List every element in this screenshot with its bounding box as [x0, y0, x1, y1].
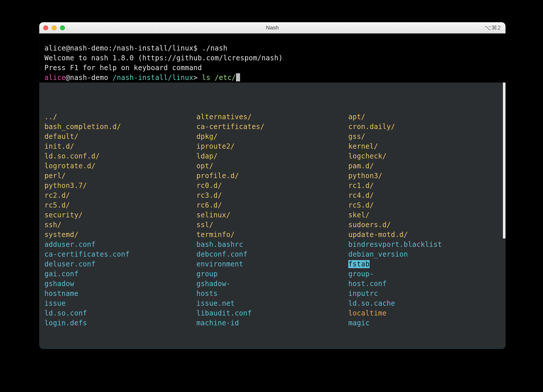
list-cell: rc0.d/ — [196, 181, 349, 191]
list-item[interactable]: debconf.conf — [196, 250, 248, 258]
list-item[interactable]: profile.d/ — [196, 172, 239, 180]
list-item[interactable]: debian_version — [348, 250, 408, 258]
list-item[interactable]: kernel/ — [348, 142, 378, 150]
list-row: gshadowgshadow-host.conf — [44, 279, 500, 289]
list-item[interactable]: ca-certificates/ — [196, 123, 265, 131]
list-item[interactable]: deluser.conf — [44, 260, 96, 268]
list-row: python3.7/rc0.d/rc1.d/ — [44, 181, 500, 191]
status-owner: root — [100, 348, 117, 349]
list-item[interactable]: logrotate.d/ — [44, 162, 96, 170]
list-item[interactable]: iproute2/ — [196, 142, 235, 150]
list-item[interactable]: rc4.d/ — [348, 191, 374, 199]
list-cell: ldap/ — [196, 151, 349, 161]
list-cell: gshadow- — [196, 279, 349, 289]
list-row: bash_completion.d/ca-certificates/cron.d… — [44, 122, 500, 132]
list-item[interactable]: pam.d/ — [348, 162, 374, 170]
list-item[interactable]: python3.7/ — [44, 182, 87, 190]
list-cell: profile.d/ — [196, 171, 349, 181]
list-item[interactable]: hostname — [44, 290, 78, 298]
list-row: ld.so.conflibaudit.conflocaltime — [44, 308, 500, 318]
list-item[interactable]: rcS.d/ — [348, 201, 374, 209]
list-item[interactable]: ssh/ — [44, 221, 61, 229]
list-item[interactable]: apt/ — [348, 113, 365, 121]
list-item[interactable]: login.defs — [44, 319, 87, 327]
list-item[interactable]: gss/ — [348, 132, 365, 141]
list-item[interactable]: rc3.d/ — [196, 191, 222, 199]
list-item[interactable]: ssl/ — [196, 221, 214, 229]
scrollbar[interactable] — [503, 83, 505, 238]
list-item[interactable]: hosts — [196, 290, 218, 298]
list-item[interactable]: terminfo/ — [196, 231, 235, 239]
status-perms: -rw-r--r-- — [44, 348, 87, 349]
list-item[interactable]: rc2.d/ — [44, 191, 70, 199]
list-item[interactable]: bash_completion.d/ — [44, 123, 121, 131]
list-item[interactable]: systemd/ — [44, 231, 78, 239]
list-cell: cron.daily/ — [348, 122, 500, 132]
list-row: login.defsmachine-idmagic — [44, 318, 500, 328]
list-item[interactable]: ld.so.conf — [44, 309, 87, 317]
list-item[interactable]: gshadow- — [196, 280, 231, 288]
list-cell: bash_completion.d/ — [44, 122, 196, 132]
list-item[interactable]: ld.so.conf.d/ — [44, 152, 100, 160]
command-input[interactable]: ls /etc/ — [202, 74, 236, 82]
prompt-path: /nash-install/linux — [113, 74, 193, 82]
list-cell: group — [196, 269, 349, 279]
list-item[interactable]: alternatives/ — [196, 113, 252, 121]
list-item[interactable]: adduser.conf — [44, 240, 96, 249]
titlebar[interactable]: Nash ⌥⌘2 — [39, 22, 505, 33]
list-item[interactable]: perl/ — [44, 172, 66, 180]
list-item[interactable]: init.d/ — [44, 142, 74, 150]
prompt-line[interactable]: alice@nash-demo /nash-install/linux> ls … — [44, 74, 240, 82]
list-cell: apt/ — [348, 112, 500, 122]
scrollback-line: Press F1 for help on keyboard command — [44, 64, 202, 72]
list-item[interactable]: dpkg/ — [196, 132, 218, 141]
list-item[interactable]: python3/ — [348, 172, 382, 180]
zoom-icon[interactable] — [60, 25, 65, 30]
list-item[interactable]: default/ — [44, 132, 78, 141]
list-item[interactable]: group — [196, 270, 218, 278]
list-cell: magic — [348, 318, 500, 328]
list-cell: login.defs — [44, 318, 196, 328]
list-cell: localtime — [348, 308, 500, 318]
list-item[interactable]: inputrc — [348, 290, 378, 298]
list-item[interactable]: libaudit.conf — [196, 309, 252, 317]
list-item[interactable]: localtime — [348, 309, 387, 317]
list-item[interactable]: ld.so.cache — [348, 299, 395, 307]
list-item[interactable]: selinux/ — [196, 211, 231, 219]
list-item[interactable]: fstab — [348, 260, 370, 268]
list-item[interactable]: gai.conf — [44, 270, 78, 278]
minimize-icon[interactable] — [52, 25, 57, 30]
list-item[interactable]: bash.bashrc — [196, 240, 243, 249]
list-item[interactable]: machine-id — [196, 319, 239, 327]
list-item[interactable]: security/ — [44, 211, 83, 219]
terminal-scrollback[interactable]: alice@nash-demo:/nash-install/linux$ ./n… — [39, 33, 505, 83]
list-item[interactable]: rc6.d/ — [196, 201, 222, 209]
list-item[interactable]: opt/ — [196, 162, 214, 170]
list-item[interactable]: issue — [44, 299, 66, 307]
completion-list[interactable]: ../alternatives/apt/bash_completion.d/ca… — [39, 83, 505, 348]
close-icon[interactable] — [43, 25, 48, 30]
list-item[interactable]: environment — [196, 260, 243, 268]
list-item[interactable]: gshadow — [44, 280, 74, 288]
list-item[interactable]: skel/ — [348, 211, 370, 219]
list-item[interactable]: cron.daily/ — [348, 123, 395, 131]
list-cell: gss/ — [348, 132, 500, 141]
list-cell: ca-certificates/ — [196, 122, 349, 132]
list-cell: perl/ — [44, 171, 196, 181]
list-cell: init.d/ — [44, 141, 196, 151]
list-item[interactable]: logcheck/ — [348, 152, 387, 160]
list-item[interactable]: ldap/ — [196, 152, 218, 160]
list-item[interactable]: issue.net — [196, 299, 235, 307]
list-item[interactable]: sudoers.d/ — [348, 221, 391, 229]
list-item[interactable]: bindresvport.blacklist — [348, 240, 442, 249]
list-item[interactable]: host.conf — [348, 280, 387, 288]
list-item[interactable]: ../ — [44, 113, 57, 121]
list-cell: libaudit.conf — [196, 308, 349, 318]
list-item[interactable]: rc1.d/ — [348, 182, 374, 190]
list-item[interactable]: magic — [348, 319, 370, 327]
list-item[interactable]: rc5.d/ — [44, 201, 70, 209]
list-item[interactable]: rc0.d/ — [196, 182, 222, 190]
list-item[interactable]: ca-certificates.conf — [44, 250, 130, 258]
list-item[interactable]: update-motd.d/ — [348, 231, 408, 239]
list-item[interactable]: group- — [348, 270, 374, 278]
